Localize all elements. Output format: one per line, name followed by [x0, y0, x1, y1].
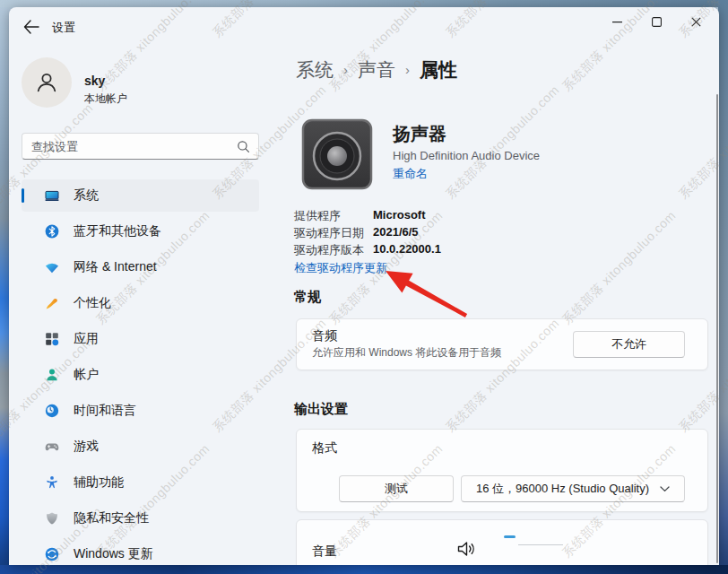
driver-date-row: 驱动程序日期 2021/6/5 — [294, 225, 419, 241]
accessibility-icon — [45, 475, 59, 490]
format-label: 格式 — [312, 440, 337, 457]
sidebar-item-bluetooth-devices[interactable]: 蓝牙和其他设备 — [22, 215, 259, 248]
audio-allow-button[interactable]: 不允许 — [573, 331, 685, 358]
shield-icon — [45, 511, 59, 526]
selected-indicator — [22, 188, 24, 203]
desktop-wallpaper-top — [0, 0, 728, 7]
sidebar-item-label: 辅助功能 — [74, 474, 124, 491]
speaker-device-icon — [301, 118, 373, 190]
back-button[interactable] — [22, 18, 41, 36]
sidebar-item-label: 帐户 — [74, 367, 99, 383]
driver-row-value: 2021/6/5 — [373, 225, 419, 241]
audio-title: 音频 — [312, 328, 337, 344]
sidebar-item-accounts[interactable]: 帐户 — [22, 359, 259, 391]
person-icon — [33, 69, 60, 96]
sidebar-item-privacy-security[interactable]: 隐私和安全性 — [22, 502, 259, 535]
sidebar-item-apps[interactable]: 应用 — [22, 323, 259, 355]
system-icon — [45, 188, 59, 203]
audio-card: 音频 允许应用和 Windows 将此设备用于音频 不允许 — [296, 318, 708, 370]
driver-row-value: 10.0.22000.1 — [373, 242, 441, 258]
breadcrumb: 系统 › 声音 › 属性 — [296, 57, 457, 83]
volume-label: 音量 — [312, 544, 337, 560]
sidebar-item-windows-update[interactable]: Windows 更新 — [22, 538, 259, 565]
back-arrow-icon — [22, 18, 41, 36]
update-icon — [45, 547, 59, 561]
breadcrumb-sound[interactable]: 声音 — [358, 57, 395, 83]
sidebar-item-label: 网络 & Internet — [74, 259, 157, 275]
settings-window: 设置 sky 本地帐户 系统 — [9, 7, 719, 565]
sidebar-item-label: 隐私和安全性 — [74, 510, 149, 526]
driver-row-label: 驱动程序日期 — [294, 225, 373, 241]
user-name: sky — [84, 74, 105, 88]
test-button[interactable]: 测试 — [339, 475, 454, 502]
account-icon — [45, 368, 59, 382]
chevron-right-icon: › — [343, 62, 348, 77]
format-card: 格式 测试 16 位，96000 Hz (Studio Quality) — [296, 429, 708, 512]
chevron-down-icon — [660, 486, 670, 492]
apps-icon — [45, 332, 59, 346]
sidebar-item-accessibility[interactable]: 辅助功能 — [22, 466, 259, 499]
app-title: 设置 — [52, 20, 75, 36]
sidebar-item-label: 个性化 — [74, 295, 111, 311]
wifi-icon — [45, 260, 59, 274]
clock-globe-icon — [45, 404, 59, 418]
check-driver-update-link[interactable]: 检查驱动程序更新 — [294, 260, 387, 276]
sidebar-item-label: 系统 — [74, 187, 99, 204]
page-title: 属性 — [420, 57, 457, 83]
general-section-title: 常规 — [294, 289, 321, 306]
driver-provider-row: 提供程序 Microsoft — [294, 208, 426, 224]
volume-slider-track[interactable] — [518, 544, 563, 545]
close-icon — [691, 17, 701, 27]
sidebar-item-gaming[interactable]: 游戏 — [22, 430, 259, 463]
gamepad-icon — [45, 439, 59, 454]
rename-link[interactable]: 重命名 — [393, 166, 428, 182]
sidebar-item-label: Windows 更新 — [74, 546, 153, 562]
chevron-right-icon: › — [405, 62, 410, 77]
volume-slider-thumb-partial — [504, 535, 516, 538]
close-button[interactable] — [676, 7, 715, 36]
bluetooth-icon — [45, 224, 59, 239]
maximize-icon — [652, 17, 662, 27]
search-box — [22, 133, 259, 160]
breadcrumb-system[interactable]: 系统 — [296, 57, 334, 83]
output-section-title: 输出设置 — [294, 401, 348, 418]
sidebar-item-personalization[interactable]: 个性化 — [22, 287, 259, 319]
minimize-button[interactable] — [597, 7, 637, 36]
sidebar-item-label: 游戏 — [74, 439, 99, 455]
desktop-wallpaper-right — [718, 0, 728, 574]
volume-card: 音量 — [296, 519, 708, 565]
sidebar-item-system[interactable]: 系统 — [22, 179, 259, 212]
desktop-wallpaper-bottom — [0, 565, 728, 574]
driver-version-row: 驱动程序版本 10.0.22000.1 — [294, 242, 441, 258]
sidebar-item-label: 应用 — [74, 331, 99, 347]
window-controls — [597, 7, 715, 36]
sidebar-item-network[interactable]: 网络 & Internet — [22, 251, 259, 283]
maximize-button[interactable] — [637, 7, 676, 36]
search-input[interactable] — [31, 134, 229, 159]
format-dropdown-value: 16 位，96000 Hz (Studio Quality) — [476, 481, 649, 497]
driver-row-label: 提供程序 — [294, 208, 373, 224]
avatar[interactable] — [22, 57, 72, 108]
brush-icon — [45, 296, 59, 310]
audio-subtitle: 允许应用和 Windows 将此设备用于音频 — [312, 345, 501, 361]
vertical-scrollbar[interactable] — [716, 94, 718, 563]
sidebar-item-label: 时间和语言 — [74, 403, 136, 419]
driver-row-label: 驱动程序版本 — [294, 242, 373, 258]
user-account-type: 本地帐户 — [84, 91, 127, 107]
sidebar-item-time-language[interactable]: 时间和语言 — [22, 395, 259, 427]
volume-speaker-icon — [455, 538, 477, 563]
device-description: High Definition Audio Device — [393, 149, 540, 162]
sidebar-item-label: 蓝牙和其他设备 — [74, 223, 161, 239]
search-icon[interactable] — [237, 140, 250, 157]
device-name: 扬声器 — [393, 122, 446, 146]
driver-row-value: Microsoft — [373, 208, 426, 224]
minimize-icon — [612, 17, 622, 27]
format-dropdown[interactable]: 16 位，96000 Hz (Studio Quality) — [461, 475, 685, 502]
